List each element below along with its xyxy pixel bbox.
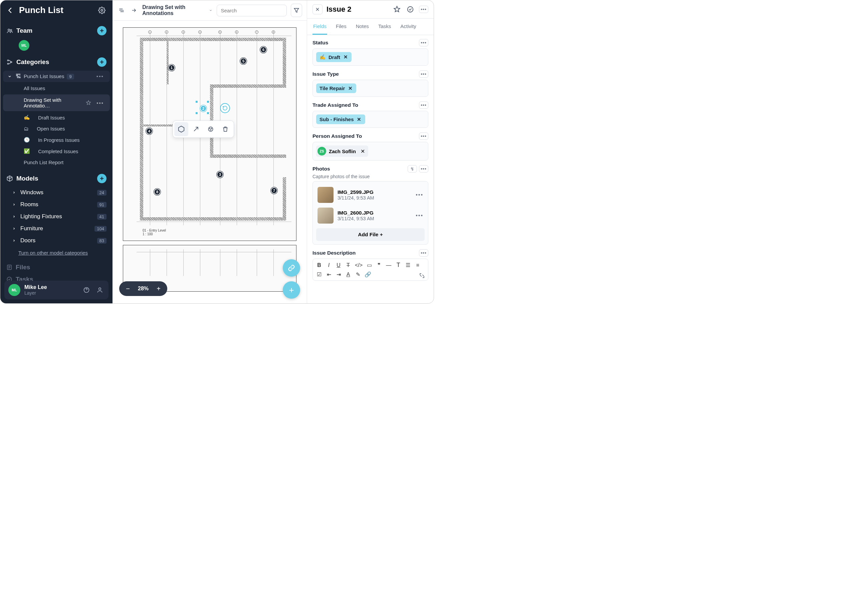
- more-icon[interactable]: •••: [96, 73, 104, 79]
- sidebar-item-all-issues[interactable]: All Issues: [0, 83, 112, 94]
- issue-pin-5[interactable]: 5: [240, 58, 247, 64]
- team-icon: [6, 27, 13, 34]
- bullet-list-button[interactable]: ≡: [415, 262, 421, 268]
- photo-more[interactable]: •••: [416, 192, 423, 198]
- menu-button[interactable]: [117, 5, 126, 16]
- issue-type-more[interactable]: •••: [419, 70, 428, 78]
- delete-tool-button[interactable]: [218, 122, 232, 136]
- ordered-list-button[interactable]: ☰: [405, 262, 411, 268]
- indent-button[interactable]: ⇥: [335, 271, 342, 278]
- status-more[interactable]: •••: [419, 39, 428, 47]
- close-icon[interactable]: ✕: [357, 117, 362, 122]
- help-button[interactable]: [82, 285, 91, 295]
- code-button[interactable]: </>: [355, 262, 363, 268]
- search-input[interactable]: [217, 5, 287, 16]
- more-button[interactable]: •••: [419, 6, 428, 13]
- outdent-button[interactable]: ⇤: [326, 271, 332, 278]
- model-windows[interactable]: Windows24: [0, 186, 112, 198]
- issue-pin-3[interactable]: 3: [217, 171, 224, 178]
- close-icon[interactable]: ✕: [360, 148, 365, 155]
- photo-item[interactable]: IMG_2600.JPG3/11/24, 9:53 AM •••: [316, 206, 425, 226]
- underline-button[interactable]: U: [335, 262, 342, 268]
- turn-on-categories-link[interactable]: Turn on other model categories: [0, 247, 112, 259]
- add-team-button[interactable]: +: [97, 26, 107, 36]
- model-furniture[interactable]: Furniture104: [0, 223, 112, 234]
- highlight-button[interactable]: ✎: [355, 271, 361, 278]
- breadcrumb[interactable]: Drawing Set with Annotations: [142, 4, 212, 16]
- model-lighting[interactable]: Lighting Fixtures41: [0, 211, 112, 223]
- more-icon[interactable]: •••: [96, 100, 104, 106]
- close-panel-button[interactable]: [312, 4, 323, 14]
- trade-more[interactable]: •••: [419, 101, 428, 109]
- issue-pin-8[interactable]: 8: [154, 189, 161, 195]
- expand-editor-button[interactable]: [419, 273, 425, 278]
- rotate-handle[interactable]: [220, 103, 230, 113]
- status-field[interactable]: ✍️Draft✕: [312, 48, 428, 66]
- strike-button[interactable]: T: [345, 262, 351, 268]
- issue-pin-4[interactable]: 4: [146, 128, 152, 135]
- profile-button[interactable]: [95, 285, 104, 295]
- close-icon[interactable]: ✕: [348, 86, 353, 91]
- issue-pin-1[interactable]: 1: [168, 64, 175, 71]
- issue-type-field[interactable]: Tile Repair✕: [312, 80, 428, 97]
- tab-activity[interactable]: Activity: [400, 19, 417, 35]
- sidebar-item-drawing-annotations[interactable]: Drawing Set with Annotatio… •••: [3, 95, 110, 111]
- pin-tool-button[interactable]: [174, 122, 188, 136]
- codeblock-button[interactable]: ▭: [366, 262, 372, 268]
- photos-ai-button[interactable]: ↯: [408, 165, 417, 172]
- arrow-tool-button[interactable]: [189, 122, 203, 136]
- files-section-label[interactable]: Files: [16, 264, 30, 271]
- drawing-sheet[interactable]: 12345678 01 - Entry Level1 : 100 1: [123, 27, 297, 241]
- add-fab[interactable]: +: [283, 281, 300, 299]
- color-tool-button[interactable]: [203, 122, 218, 136]
- star-icon[interactable]: [86, 100, 91, 105]
- sidebar-item-draft[interactable]: ✍️ Draft Issues: [0, 112, 112, 123]
- text-size-button[interactable]: T: [395, 262, 401, 268]
- sidebar-item-open[interactable]: 🗂 Open Issues: [0, 123, 112, 134]
- sidebar-item-completed[interactable]: ✅ Completed Issues: [0, 146, 112, 157]
- zoom-out-button[interactable]: −: [124, 285, 132, 293]
- back-button[interactable]: [6, 6, 14, 14]
- issue-pin-6[interactable]: 6: [260, 47, 267, 53]
- checklist-button[interactable]: ☑: [316, 271, 322, 278]
- photos-more[interactable]: •••: [419, 165, 428, 172]
- category-punch-list-issues[interactable]: 🏗Punch List Issues9 •••: [3, 71, 110, 82]
- photo-more[interactable]: •••: [416, 212, 423, 219]
- quote-button[interactable]: ❞: [376, 262, 382, 268]
- forward-button[interactable]: [130, 5, 138, 16]
- model-doors[interactable]: Doors83: [0, 234, 112, 247]
- issue-pin-2[interactable]: 2: [200, 105, 207, 112]
- person-field[interactable]: ZSZach Soflin✕: [312, 142, 428, 161]
- add-model-button[interactable]: +: [97, 174, 107, 183]
- user-avatar[interactable]: ML: [8, 284, 20, 296]
- bold-button[interactable]: B: [316, 262, 322, 268]
- sidebar-item-in-progress[interactable]: 🕓 In Progress Issues: [0, 134, 112, 146]
- description-more[interactable]: •••: [419, 249, 428, 257]
- model-rooms[interactable]: Rooms91: [0, 198, 112, 211]
- text-color-button[interactable]: A: [345, 271, 351, 278]
- tab-fields[interactable]: Fields: [312, 19, 327, 35]
- sidebar-item-report[interactable]: Punch List Report: [0, 157, 112, 168]
- issue-pin-7[interactable]: 7: [271, 187, 278, 194]
- settings-button[interactable]: [97, 6, 107, 15]
- hr-button[interactable]: ―: [386, 262, 391, 268]
- zoom-in-button[interactable]: +: [155, 285, 163, 293]
- trade-field[interactable]: Sub - Finishes✕: [312, 111, 428, 128]
- filter-button[interactable]: [291, 4, 302, 17]
- star-button[interactable]: [392, 5, 402, 14]
- link-fab[interactable]: [283, 259, 300, 277]
- checkmark-button[interactable]: [405, 5, 415, 14]
- link-button[interactable]: 🔗: [365, 271, 371, 278]
- photo-item[interactable]: IMG_2599.JPG3/11/24, 9:53 AM •••: [316, 185, 425, 205]
- add-file-button[interactable]: Add File +: [316, 228, 425, 241]
- tab-files[interactable]: Files: [335, 19, 347, 35]
- italic-button[interactable]: I: [326, 262, 332, 268]
- drawing-viewport[interactable]: 12345678 01 - Entry Level1 : 100 1: [112, 21, 307, 303]
- add-category-button[interactable]: +: [97, 57, 107, 67]
- person-more[interactable]: •••: [419, 132, 428, 140]
- team-avatar[interactable]: ML: [19, 40, 30, 51]
- status-label: Status: [312, 40, 419, 46]
- tab-tasks[interactable]: Tasks: [377, 19, 391, 35]
- close-icon[interactable]: ✕: [343, 54, 348, 60]
- tab-notes[interactable]: Notes: [355, 19, 370, 35]
